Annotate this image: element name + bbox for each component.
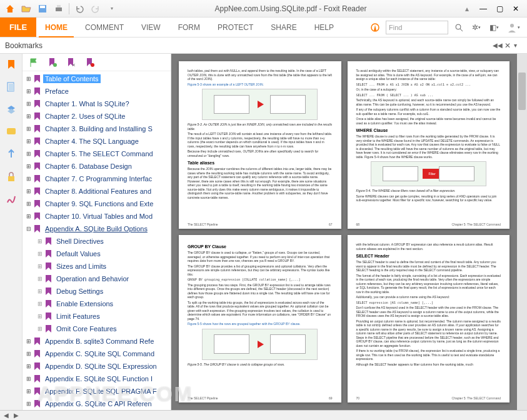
bookmark-item[interactable]: ⊞Operation and Behavior — [23, 272, 171, 285]
bookmark-item[interactable]: ⊞Appendix E. SQLite SQL Function I — [23, 372, 171, 385]
bookmarks-tree[interactable]: ⊞Table of Contents⊞Preface⊞Chapter 1. Wh… — [23, 71, 171, 410]
page-grid: both tables, pad them out with NULLs, an… — [171, 54, 517, 410]
expand-icon[interactable]: ⊞ — [25, 188, 33, 194]
search-icon[interactable] — [452, 21, 466, 34]
bookmarks-rail-icon[interactable] — [4, 58, 18, 71]
expand-icon[interactable]: ⊞ — [25, 151, 33, 157]
bookmark-item[interactable]: ⊞Enable Extensions — [23, 298, 171, 310]
save-icon[interactable] — [35, 1, 50, 16]
home-icon[interactable] — [3, 1, 18, 16]
expand-icon[interactable]: ⊞ — [25, 113, 33, 119]
tab-protect[interactable]: PROTECT — [209, 18, 262, 37]
expand-icon[interactable]: ⊞ — [25, 126, 33, 132]
expand-icon[interactable]: ⊞ — [25, 338, 33, 344]
bookmark-label: Chapter 3. Building and Installing S — [43, 124, 154, 133]
page-2[interactable]: To avoid ambiguity within the SELECT sta… — [348, 61, 510, 229]
ribbon-minimize-icon[interactable]: ▴ — [459, 1, 474, 16]
maximize-icon[interactable]: ▢ — [492, 1, 507, 16]
bookmark-item[interactable]: ⊞Table of Contents — [23, 72, 171, 85]
bookmark-item[interactable]: ⊞Chapter 2. Uses of SQLite — [23, 110, 171, 122]
bookmark-item[interactable]: ⊞Sizes and Limits — [23, 260, 171, 272]
bookmark-item[interactable]: ⊞Shell Directives — [23, 235, 171, 248]
expand-icon[interactable]: ⊞ — [25, 76, 33, 82]
bookmark-item[interactable]: ⊞Limit Features — [23, 310, 171, 322]
vertical-scrollbar[interactable] — [517, 54, 527, 410]
bookmark-item[interactable]: ⊟Appendix A. SQLite Build Options — [23, 222, 171, 235]
comments-rail-icon[interactable] — [4, 125, 18, 139]
bookmark-item[interactable]: ⊞Chapter 1. What Is SQLite? — [23, 98, 171, 110]
tab-home[interactable]: HOME — [36, 18, 76, 37]
page-4[interactable]: with the leftmost column. A GROUP BY exp… — [348, 235, 510, 402]
expand-icon[interactable]: ⊞ — [25, 351, 33, 357]
bm-flag-green-icon[interactable] — [28, 56, 40, 69]
bookmark-item[interactable]: ⊞Default Values — [23, 248, 171, 260]
attachments-rail-icon[interactable] — [4, 148, 18, 161]
bookmark-item[interactable]: ⊞Appendix G. SQLite C API Referen — [23, 398, 171, 410]
bookmark-item[interactable]: ⊞Chapter 10. Virtual Tables and Mod — [23, 210, 171, 222]
collapse-icon[interactable]: ⊟ — [25, 226, 33, 232]
expand-icon[interactable]: ⊞ — [25, 101, 33, 107]
bookmark-item[interactable]: ⊞Appendix C. SQLite SQL Command — [23, 348, 171, 360]
user-icon[interactable]: ▾ — [504, 21, 522, 34]
panel-close-icon[interactable]: ✕ — [501, 39, 514, 52]
bookmark-icon — [44, 262, 53, 271]
tab-help[interactable]: HELP — [306, 18, 343, 37]
print-icon[interactable] — [51, 1, 66, 16]
tab-form[interactable]: FORM — [169, 18, 209, 37]
qat-dropdown-icon[interactable]: ▾ — [104, 1, 119, 16]
expand-icon[interactable]: ⊞ — [25, 213, 33, 219]
settings-icon[interactable]: ✲▾ — [469, 21, 483, 34]
bookmark-item[interactable]: ⊞Chapter 9. SQL Functions and Exte — [23, 198, 171, 210]
bookmark-item[interactable]: ⊞Preface — [23, 85, 171, 98]
expand-icon[interactable]: ⊞ — [25, 388, 33, 394]
expand-icon[interactable]: ⊞ — [25, 201, 33, 207]
undo-icon[interactable] — [72, 1, 87, 16]
bookmark-label: Limit Features — [54, 312, 102, 321]
bookmark-item[interactable]: ⊞Chapter 5. The SELECT Command — [23, 148, 171, 160]
pages-rail-icon[interactable] — [4, 80, 18, 94]
expand-icon[interactable]: ⊞ — [25, 88, 33, 94]
layers-rail-icon[interactable] — [4, 102, 18, 116]
security-rail-icon[interactable] — [4, 170, 18, 184]
bookmark-item[interactable]: ⊞Chapter 6. Database Design — [23, 160, 171, 172]
minimize-icon[interactable]: — — [476, 1, 491, 16]
open-icon[interactable] — [19, 1, 34, 16]
tab-comment[interactable]: COMMENT — [76, 18, 133, 37]
bookmark-item[interactable]: ⊞Chapter 4. The SQL Language — [23, 135, 171, 148]
bookmark-item[interactable]: ⊞Chapter 3. Building and Installing S — [23, 122, 171, 135]
bm-expand-icon[interactable] — [65, 56, 78, 69]
bookmark-label: Shell Directives — [54, 237, 106, 246]
status-right-icon[interactable]: ▶ — [14, 412, 19, 419]
bookmark-item[interactable]: ⊞Chapter 7. C Programming Interfac — [23, 172, 171, 185]
page-3[interactable]: GROUP BY Clause The GROUP BY clause is u… — [179, 235, 341, 402]
bookmark-item[interactable]: ⊞Appendix D. SQLite SQL Expression — [23, 360, 171, 372]
bookmark-label: Debug Settings — [54, 287, 105, 296]
expand-icon[interactable]: ⊞ — [25, 401, 33, 407]
bm-new-icon[interactable] — [46, 56, 59, 69]
bookmark-item[interactable]: ⊞Appendix F. SQLite SQL PRAGMA F — [23, 385, 171, 398]
find-input[interactable]: Find — [386, 21, 448, 34]
status-left-icon[interactable]: ◀ — [4, 412, 9, 419]
expand-icon[interactable]: ⊞ — [25, 163, 33, 169]
file-tab[interactable]: FILE — [0, 18, 36, 37]
expand-icon[interactable]: ⊞ — [25, 376, 33, 382]
redo-icon[interactable] — [88, 1, 103, 16]
bookmark-icon — [33, 100, 41, 108]
signature-rail-icon[interactable] — [4, 192, 18, 206]
close-icon[interactable]: ✕ — [508, 1, 523, 16]
bookmark-item[interactable]: ⊞Chapter 8. Additional Features and — [23, 185, 171, 198]
expand-icon[interactable]: ⊞ — [25, 176, 33, 182]
bookmark-item[interactable]: ⊞Appendix B. sqlite3 Command Refe — [23, 335, 171, 348]
bm-delete-icon[interactable] — [84, 56, 96, 69]
tell-me-icon[interactable] — [368, 21, 382, 34]
page-1[interactable]: both tables, pad them out with NULLs, an… — [179, 61, 341, 229]
bookmark-icon — [33, 125, 41, 133]
bookmark-item[interactable]: ⊞Omit Core Features — [23, 322, 171, 335]
expand-icon[interactable]: ⊞ — [25, 138, 33, 144]
bookmark-item[interactable]: ⊞Debug Settings — [23, 285, 171, 298]
expand-icon[interactable]: ⊞ — [25, 363, 33, 369]
tab-share[interactable]: SHARE — [262, 18, 305, 37]
document-area[interactable]: both tables, pad them out with NULLs, an… — [171, 54, 527, 410]
tab-view[interactable]: VIEW — [133, 18, 169, 37]
skin-icon[interactable]: ◧▾ — [487, 21, 501, 34]
